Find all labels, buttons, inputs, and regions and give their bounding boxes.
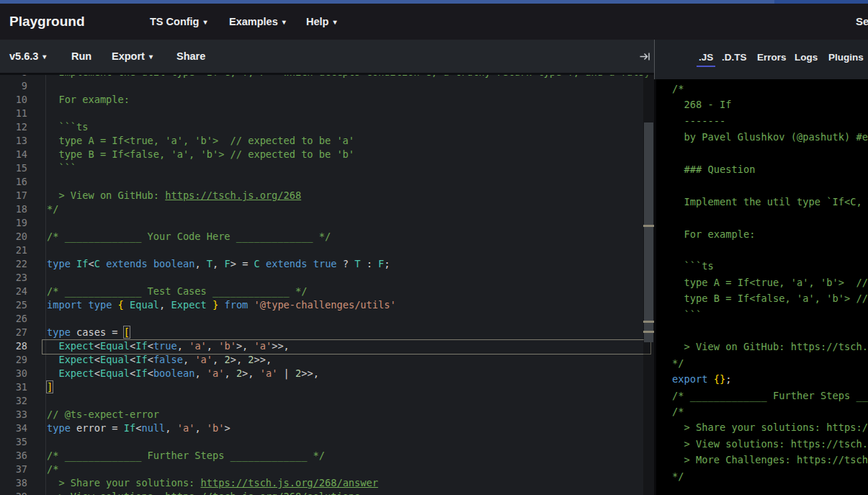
code-text: type If<C extends boolean, T, F> = C ext… xyxy=(47,257,390,271)
editor-line-33[interactable]: 33// @ts-expect-error xyxy=(0,408,654,422)
editor-line-20[interactable]: 20/* _____________ Your Code Here ______… xyxy=(0,230,654,244)
code-text: type A = If<true, 'a', 'b'> // expected … xyxy=(47,134,354,148)
playground-title: Playground xyxy=(9,4,85,40)
editor-line-17[interactable]: 17 > View on GitHub: https://tsch.js.org… xyxy=(0,189,654,202)
tab-errors[interactable]: Errors xyxy=(757,40,787,76)
editor-line-32[interactable]: 32 xyxy=(0,394,654,408)
line-number: 11 xyxy=(0,107,27,120)
editor-line-18[interactable]: 18*/ xyxy=(0,202,654,216)
editor-line-39[interactable]: 39 > View solutions: https://tsch.js.org… xyxy=(0,490,654,495)
editor-line-27[interactable]: 27type cases = [ xyxy=(0,326,654,339)
output-line: /* xyxy=(672,81,684,97)
line-number: 10 xyxy=(0,93,27,107)
editor-line-38[interactable]: 38 > Share your solutions: https://tsch.… xyxy=(0,476,654,490)
line-number: 16 xyxy=(0,175,27,189)
export-menu[interactable]: Export▾ xyxy=(112,40,153,73)
editor-line-29[interactable]: 29 Expect<Equal<If<false, 'a', 2>, 2>>, xyxy=(0,353,654,367)
code-text: // @ts-expect-error xyxy=(47,408,159,422)
code-editor[interactable]: 8 Implement the util type `If<C, T, F>` … xyxy=(0,75,654,495)
share-button[interactable]: Share xyxy=(176,40,205,73)
editor-line-22[interactable]: 22type If<C extends boolean, T, F> = C e… xyxy=(0,257,654,271)
editor-line-19[interactable]: 19 xyxy=(0,216,654,230)
line-number: 25 xyxy=(0,298,27,312)
editor-line-23[interactable]: 23 xyxy=(0,271,654,285)
editor-line-9[interactable]: 9 xyxy=(0,79,654,93)
line-number: 24 xyxy=(0,285,27,298)
editor-line-28[interactable]: 28 Expect<Equal<If<true, 'a', 'b'>, 'a'>… xyxy=(0,339,654,353)
editor-line-25[interactable]: 25import type { Equal, Expect } from '@t… xyxy=(0,298,654,312)
editor-line-36[interactable]: 36/* _____________ Further Steps _______… xyxy=(0,449,654,463)
code-text: > Share your solutions: https://tsch.js.… xyxy=(47,476,378,490)
scrollbar-thumb[interactable] xyxy=(644,122,653,342)
output-line: */ xyxy=(672,355,684,372)
focus-editor-icon[interactable] xyxy=(639,51,652,65)
overview-ruler-mark xyxy=(643,225,654,227)
tab-js[interactable]: .JS xyxy=(699,40,713,76)
sidebar-tabbar: .JS .D.TS Errors Logs Plugins xyxy=(654,40,868,79)
editor-line-16[interactable]: 16 xyxy=(0,175,654,189)
output-line: > View solutions: https://tsch.js.org/26… xyxy=(672,436,868,452)
output-line: export {}; xyxy=(672,371,731,388)
line-number: 34 xyxy=(0,422,27,435)
tab-logs[interactable]: Logs xyxy=(795,40,818,76)
line-number: 26 xyxy=(0,312,27,326)
editor-line-26[interactable]: 26 xyxy=(0,312,654,326)
line-number: 38 xyxy=(0,476,27,490)
output-line: by Pavel Glushkov (@pashutk) #easy #util… xyxy=(672,129,868,146)
search-label[interactable]: Se xyxy=(856,4,868,40)
editor-line-31[interactable]: 31] xyxy=(0,380,654,394)
line-number: 21 xyxy=(0,244,27,257)
output-line: type B = If<false, 'a', 'b'> // expected… xyxy=(672,290,868,307)
overview-ruler-mark xyxy=(643,321,654,323)
version-select[interactable]: v5.6.3▾ xyxy=(9,40,46,73)
output-line: > Share your solutions: https://tsch.js.… xyxy=(672,419,868,436)
tabbar-divider xyxy=(654,40,655,79)
code-text: Expect<Equal<If<boolean, 'a', 2>, 'a' | … xyxy=(47,367,319,380)
code-text: ] xyxy=(47,380,53,394)
line-number: 35 xyxy=(0,435,27,449)
chevron-down-icon: ▾ xyxy=(282,18,286,26)
line-number: 13 xyxy=(0,134,27,148)
menu-ts-config[interactable]: TS Config▾ xyxy=(150,4,207,40)
editor-line-21[interactable]: 21 xyxy=(0,244,654,257)
output-line: > View on GitHub: https://tsch.js.org/26… xyxy=(672,339,868,355)
code-text: > View solutions: https://tsch.js.org/26… xyxy=(47,490,360,495)
editor-line-11[interactable]: 11 xyxy=(0,107,654,120)
code-text: */ xyxy=(47,202,58,216)
run-button[interactable]: Run xyxy=(71,40,91,73)
code-text: ```ts xyxy=(47,120,89,134)
editor-line-37[interactable]: 37/* xyxy=(0,463,654,476)
output-panel: /* 268 - If ------- by Pavel Glushkov (@… xyxy=(656,79,868,495)
chevron-down-icon: ▾ xyxy=(42,53,46,61)
editor-scrollbar[interactable] xyxy=(643,75,654,495)
line-number: 31 xyxy=(0,380,27,394)
menu-examples[interactable]: Examples▾ xyxy=(229,4,286,40)
tab-dts[interactable]: .D.TS xyxy=(722,40,747,76)
output-line: ```ts xyxy=(672,258,714,275)
line-number: 9 xyxy=(0,79,27,93)
editor-line-13[interactable]: 13 type A = If<true, 'a', 'b'> // expect… xyxy=(0,134,654,148)
code-text: For example: xyxy=(47,93,130,107)
code-text: type error = If<null, 'a', 'b'> xyxy=(47,422,231,435)
site-header: Playground TS Config▾ Examples▾ Help▾ Se xyxy=(0,4,868,40)
editor-line-24[interactable]: 24/* _____________ Test Cases __________… xyxy=(0,285,654,298)
editor-line-14[interactable]: 14 type B = If<false, 'a', 'b'> // expec… xyxy=(0,148,654,161)
code-text: /* _____________ Your Code Here ________… xyxy=(47,230,331,244)
tab-plugins[interactable]: Plugins xyxy=(828,40,864,76)
editor-line-34[interactable]: 34type error = If<null, 'a', 'b'> xyxy=(0,422,654,435)
menu-help[interactable]: Help▾ xyxy=(306,4,336,40)
line-number: 36 xyxy=(0,449,27,463)
editor-line-15[interactable]: 15 ``` xyxy=(0,161,654,175)
editor-line-10[interactable]: 10 For example: xyxy=(0,93,654,107)
line-number: 18 xyxy=(0,202,27,216)
editor-line-12[interactable]: 12 ```ts xyxy=(0,120,654,134)
code-text: ``` xyxy=(47,161,76,175)
editor-line-35[interactable]: 35 xyxy=(0,435,654,449)
line-number: 39 xyxy=(0,490,27,495)
chevron-down-icon: ▾ xyxy=(149,53,153,61)
editor-line-30[interactable]: 30 Expect<Equal<If<boolean, 'a', 2>, 'a'… xyxy=(0,367,654,380)
line-number: 17 xyxy=(0,189,27,202)
output-line: */ xyxy=(672,468,684,485)
output-line: ``` xyxy=(672,307,702,324)
line-number: 22 xyxy=(0,257,27,271)
